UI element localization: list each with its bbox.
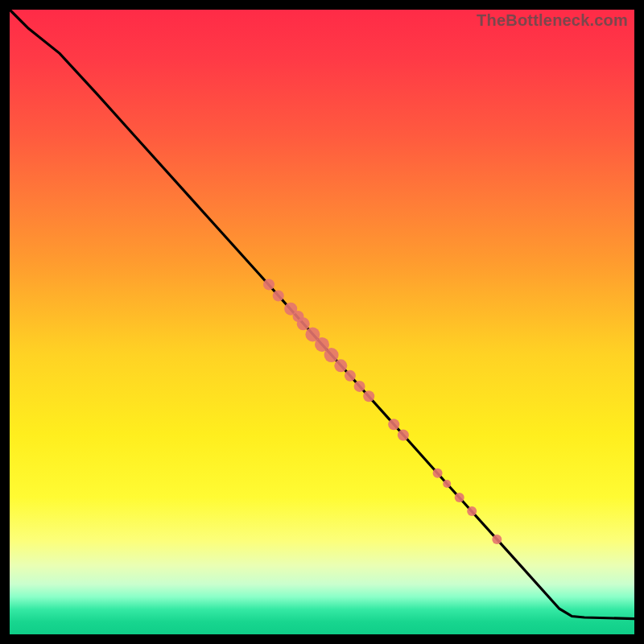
data-point	[334, 359, 347, 372]
data-point	[455, 493, 464, 502]
data-point	[297, 317, 310, 330]
data-point	[398, 430, 409, 441]
data-point	[433, 469, 443, 478]
data-point	[345, 370, 356, 382]
data-point	[273, 290, 284, 301]
data-point	[492, 535, 502, 544]
chart-frame: TheBottleneck.com	[0, 0, 644, 644]
data-point	[263, 279, 275, 290]
chart-line	[10, 10, 634, 619]
data-point	[467, 506, 477, 516]
data-point	[443, 480, 451, 488]
chart-plot-area: TheBottleneck.com	[10, 10, 634, 634]
data-point	[363, 390, 374, 402]
data-point	[324, 348, 339, 362]
data-point	[388, 419, 399, 430]
chart-svg	[10, 10, 634, 634]
data-point	[354, 381, 365, 392]
